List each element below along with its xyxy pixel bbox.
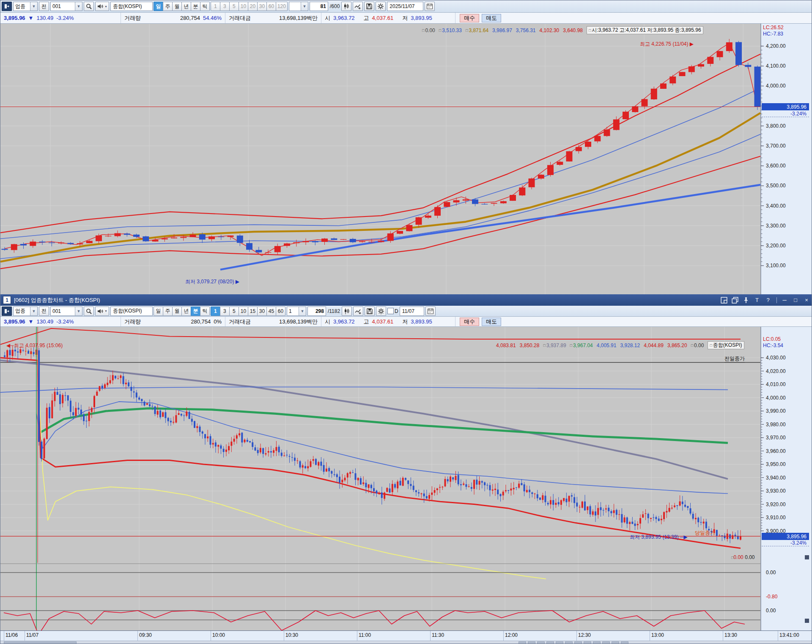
value-label: 거래대금	[229, 14, 251, 22]
period-button-분[interactable]: 분	[191, 2, 200, 11]
code-combo[interactable]: 001▼	[50, 307, 82, 316]
day-checkbox[interactable]: D	[387, 308, 398, 314]
period-button-월[interactable]: 월	[172, 307, 182, 316]
bar-count-input[interactable]: 81	[310, 2, 328, 11]
today-close-label: 당일종가	[695, 529, 715, 537]
search-icon[interactable]	[84, 2, 94, 11]
speaker-icon[interactable]: ▼	[95, 307, 109, 316]
all-button[interactable]: 전	[39, 307, 49, 316]
panel-icon[interactable]	[2, 2, 12, 11]
sector-type-combo[interactable]: 업종▼	[13, 307, 38, 316]
buy-button[interactable]: 매수	[460, 318, 479, 326]
period-button-주[interactable]: 주	[163, 307, 173, 316]
high-label: 고	[364, 318, 369, 326]
period-button-일[interactable]: 일	[154, 2, 163, 11]
left-arrow-icon: ◀	[6, 343, 10, 348]
period-button-월[interactable]: 월	[172, 2, 182, 11]
interval-button-15[interactable]: 15	[248, 307, 258, 316]
interval-button-10[interactable]: 10	[239, 2, 248, 11]
minimize-icon[interactable]: ─	[781, 297, 788, 304]
buy-button[interactable]: 매수	[460, 14, 479, 22]
mini-toolbar-button[interactable]	[621, 641, 628, 644]
svg-text:0.00: 0.00	[766, 608, 776, 614]
panel-icon[interactable]	[2, 307, 12, 316]
period-button-일[interactable]: 일	[154, 307, 163, 316]
gear-icon[interactable]	[376, 2, 386, 11]
code-combo[interactable]: 001▼	[50, 2, 82, 11]
line-chart-icon[interactable]	[353, 307, 363, 316]
interval-button-3[interactable]: 3	[220, 307, 230, 316]
price-change-pct: -3.24%	[56, 318, 74, 325]
date-field[interactable]: 11/07	[400, 307, 424, 316]
interval-button-60[interactable]: 60	[276, 307, 285, 316]
period-button-년[interactable]: 년	[181, 307, 191, 316]
low-value: 3,893.95	[411, 318, 432, 325]
text-tool-icon[interactable]: T	[754, 297, 760, 304]
mini-toolbar-button[interactable]	[537, 641, 545, 644]
period-button-분[interactable]: 분	[191, 307, 200, 316]
interval-button-10[interactable]: 10	[239, 307, 248, 316]
mini-toolbar-button[interactable]	[546, 641, 554, 644]
period-button-틱[interactable]: 틱	[200, 2, 210, 11]
resize-icon[interactable]	[721, 297, 727, 304]
interval-button-45[interactable]: 45	[266, 307, 276, 316]
interval-button-5[interactable]: 5	[229, 307, 239, 316]
interval-button-3[interactable]: 3	[220, 2, 230, 11]
close-icon[interactable]: ×	[803, 297, 810, 304]
speaker-icon[interactable]: ▼	[95, 2, 109, 11]
interval-button-120[interactable]: 120	[276, 2, 288, 11]
interval-button-1[interactable]: 1	[211, 2, 220, 11]
interval-button-1[interactable]: 1	[211, 307, 220, 316]
daily-chart[interactable]: 4,200.004,100.004,000.003,800.003,700.00…	[0, 24, 812, 294]
save-icon[interactable]	[364, 2, 374, 11]
bottom-scrollbar-strip[interactable]	[0, 641, 812, 644]
sell-button[interactable]: 매도	[482, 14, 501, 22]
svg-text:3,910.00: 3,910.00	[766, 515, 786, 521]
mini-toolbar-button[interactable]	[584, 641, 591, 644]
maximize-icon[interactable]: □	[792, 297, 799, 304]
minute-chart[interactable]: 4,030.004,020.004,010.004,000.003,990.00…	[0, 327, 812, 630]
period-button-틱[interactable]: 틱	[200, 307, 210, 316]
interval-button-5[interactable]: 5	[229, 2, 239, 11]
symbol-field[interactable]: 종합(KOSPI)	[110, 307, 153, 316]
interval-button-30[interactable]: 30	[257, 2, 267, 11]
mini-toolbar-button[interactable]	[556, 641, 563, 644]
window-titlebar[interactable]: 1 [0602] 업종종합차트 - 종합(KOSPI) T?─□×	[0, 294, 812, 306]
mini-toolbar-button[interactable]	[574, 641, 582, 644]
mini-toolbar-button[interactable]	[565, 641, 573, 644]
svg-text:3,990.00: 3,990.00	[766, 408, 786, 414]
candle-chart-icon[interactable]	[341, 2, 351, 11]
interval-button-20[interactable]: 20	[248, 2, 258, 11]
time-axis-tick	[137, 631, 138, 641]
candle-chart-icon[interactable]	[342, 307, 352, 316]
extra-combo[interactable]: ▼	[289, 2, 308, 11]
mini-toolbar-button[interactable]	[528, 641, 535, 644]
help-icon[interactable]: ?	[765, 297, 771, 304]
time-axis-tick	[723, 631, 723, 641]
minute-combo[interactable]: 1▼	[287, 307, 306, 316]
mini-toolbar-button[interactable]	[612, 641, 619, 644]
period-button-주[interactable]: 주	[163, 2, 173, 11]
time-axis-tick	[25, 631, 25, 641]
hscroll-thumb[interactable]	[4, 641, 77, 644]
cascade-icon[interactable]	[732, 297, 738, 304]
line-chart-icon[interactable]	[353, 2, 363, 11]
date-field[interactable]: 2025/11/07	[387, 2, 423, 11]
calendar-icon[interactable]	[425, 2, 435, 11]
symbol-field[interactable]: 종합(KOSPI)	[110, 2, 153, 11]
sell-button[interactable]: 매도	[482, 318, 501, 326]
mini-toolbar-button[interactable]	[518, 641, 526, 644]
save-icon[interactable]	[365, 307, 375, 316]
search-icon[interactable]	[84, 307, 94, 316]
gear-icon[interactable]	[376, 307, 386, 316]
interval-button-60[interactable]: 60	[266, 2, 276, 11]
all-button[interactable]: 전	[39, 2, 49, 11]
period-button-년[interactable]: 년	[181, 2, 191, 11]
bar-count-input[interactable]: 298	[307, 307, 326, 316]
interval-button-30[interactable]: 30	[257, 307, 267, 316]
pin-icon[interactable]	[743, 297, 749, 304]
sector-type-combo[interactable]: 업종▼	[13, 2, 38, 11]
mini-toolbar-button[interactable]	[602, 641, 610, 644]
calendar-icon[interactable]	[425, 307, 436, 316]
mini-toolbar-button[interactable]	[593, 641, 601, 644]
